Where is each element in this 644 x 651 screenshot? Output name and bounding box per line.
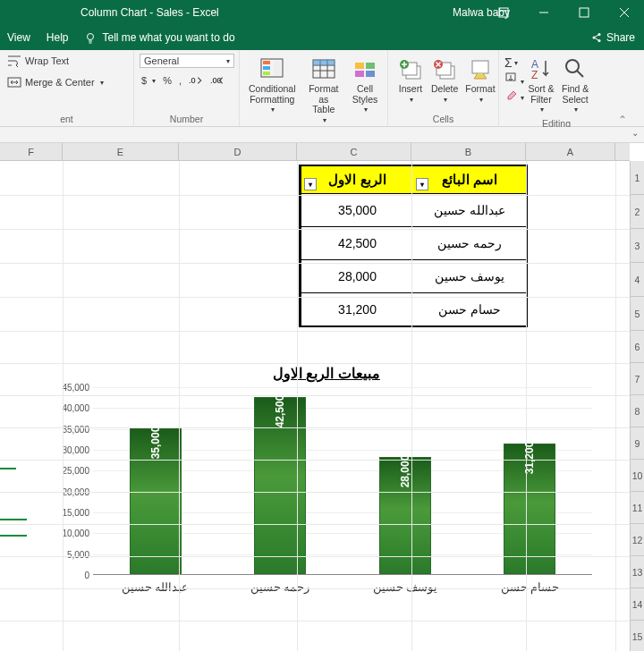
row-header[interactable]: 3: [630, 229, 644, 263]
column-chart[interactable]: مبيعات الربع الاول 05,00010,00015,00020,…: [54, 365, 599, 594]
insert-cells-button[interactable]: Insert▾: [394, 54, 428, 106]
find-select-button[interactable]: Find & Select▾: [558, 54, 592, 116]
close-icon[interactable]: [604, 0, 644, 25]
chart-bar[interactable]: 35,000: [130, 428, 182, 574]
svg-point-2: [88, 34, 94, 40]
expand-formula-bar-icon[interactable]: ⌄: [631, 128, 639, 138]
table-cell[interactable]: 35,000: [301, 194, 413, 226]
row-header[interactable]: 7: [630, 363, 644, 395]
ribbon-collapse-icon[interactable]: ⌃: [614, 50, 631, 126]
column-header[interactable]: E: [63, 143, 179, 160]
table-cell[interactable]: 42,500: [301, 227, 413, 259]
svg-text:Z: Z: [531, 69, 538, 81]
svg-rect-16: [355, 63, 364, 69]
app-title: Column Chart - Sales - Excel: [80, 6, 219, 19]
titlebar: Column Chart - Sales - Excel Malwa baby: [0, 0, 644, 25]
svg-point-30: [566, 60, 579, 72]
chart-bar[interactable]: 42,500: [254, 397, 306, 574]
autosum-button[interactable]: Σ▾: [504, 55, 524, 70]
menubar: View Help Tell me what you want to do Sh…: [0, 25, 644, 50]
wrap-text-button[interactable]: Wrap Text: [5, 54, 128, 68]
format-as-table-button[interactable]: Format as Table▾: [300, 54, 348, 126]
wrap-text-icon: [7, 55, 21, 67]
sheet-grid[interactable]: الربع الاول▾ اسم البائع▾ 35,000عبدالله ح…: [0, 161, 630, 651]
chart-x-labels: عبدالله حسينرحمه حسينيوسف حسينحسام حسن: [93, 575, 592, 594]
grid-accent: [0, 519, 27, 520]
group-ent: ent: [5, 112, 128, 126]
find-icon: [562, 55, 589, 82]
chart-x-label: يوسف حسين: [343, 575, 468, 594]
fill-icon: [504, 72, 519, 84]
chart-bar-label: 35,000: [149, 426, 162, 459]
svg-text:.0: .0: [189, 76, 196, 85]
chart-x-label: حسام حسن: [468, 575, 593, 594]
cell-styles-icon: [352, 55, 378, 82]
column-header[interactable]: F: [0, 143, 63, 160]
chevron-down-icon[interactable]: ▾: [100, 79, 104, 87]
fill-button[interactable]: ▾: [504, 72, 524, 86]
table-icon: [310, 55, 337, 82]
svg-rect-26: [472, 61, 488, 73]
group-cells: Cells: [394, 112, 493, 126]
number-format-select[interactable]: General▾: [140, 54, 234, 68]
tell-me[interactable]: Tell me what you want to do: [84, 31, 234, 44]
delete-cells-button[interactable]: Delete▾: [428, 54, 462, 106]
clear-button[interactable]: ▾: [504, 88, 524, 102]
percent-button[interactable]: %: [161, 73, 174, 88]
row-header[interactable]: 8: [630, 395, 644, 427]
svg-rect-19: [366, 71, 375, 77]
data-table[interactable]: الربع الاول▾ اسم البائع▾ 35,000عبدالله ح…: [299, 165, 528, 327]
row-header[interactable]: 6: [630, 331, 644, 363]
svg-rect-0: [499, 8, 508, 17]
ribbon-options-icon[interactable]: [483, 0, 523, 25]
svg-rect-10: [263, 61, 270, 64]
row-header[interactable]: 5: [630, 297, 644, 331]
filter-button[interactable]: ▾: [304, 178, 317, 190]
menu-view[interactable]: View: [7, 31, 30, 44]
increase-decimal-button[interactable]: .0: [187, 73, 205, 88]
chart-bar-label: 42,500: [274, 394, 286, 427]
decrease-decimal-button[interactable]: .00: [208, 73, 226, 88]
row-header[interactable]: 10: [630, 460, 644, 492]
column-headers: FEDCBA: [0, 143, 630, 161]
table-cell[interactable]: عبدالله حسين: [413, 194, 526, 226]
conditional-formatting-button[interactable]: Conditional Formatting▾: [245, 54, 300, 126]
table-cell[interactable]: حسام حسن: [413, 293, 526, 326]
maximize-icon[interactable]: [564, 0, 604, 25]
table-cell[interactable]: 31,200: [301, 293, 413, 326]
merge-center-button[interactable]: Merge & Center▾: [5, 75, 128, 89]
currency-button[interactable]: $▾: [140, 73, 157, 88]
row-header[interactable]: 11: [630, 492, 644, 524]
row-header[interactable]: 14: [630, 588, 644, 621]
table-cell[interactable]: رحمه حسين: [413, 227, 526, 259]
share-icon: [590, 31, 603, 44]
row-header[interactable]: 2: [630, 195, 644, 229]
svg-rect-18: [355, 71, 364, 77]
svg-rect-13: [274, 61, 281, 75]
row-header[interactable]: 4: [630, 263, 644, 297]
format-cells-button[interactable]: Format▾: [462, 54, 498, 106]
comma-button[interactable]: ,: [177, 73, 183, 88]
chart-bar[interactable]: 31,200: [504, 444, 555, 574]
sort-filter-button[interactable]: AZ Sort & Filter▾: [524, 54, 558, 116]
column-header[interactable]: B: [411, 143, 526, 160]
minimize-icon[interactable]: [523, 0, 564, 25]
cond-format-icon: [258, 55, 285, 82]
column-header[interactable]: D: [179, 143, 297, 160]
row-header[interactable]: 9: [630, 427, 644, 460]
share-button[interactable]: Share: [590, 31, 635, 44]
svg-rect-1: [580, 8, 589, 17]
svg-rect-17: [366, 63, 375, 69]
column-header[interactable]: C: [297, 143, 411, 160]
table-cell[interactable]: 28,000: [301, 260, 413, 292]
chart-plot-area: 05,00010,00015,00020,00025,00030,00035,0…: [93, 387, 592, 575]
table-cell[interactable]: يوسف حسين: [413, 260, 526, 292]
row-header[interactable]: 15: [630, 621, 644, 651]
column-header[interactable]: A: [526, 143, 615, 160]
menu-help[interactable]: Help: [47, 31, 69, 44]
cell-styles-button[interactable]: Cell Styles▾: [348, 54, 382, 126]
filter-button[interactable]: ▾: [416, 178, 428, 190]
row-header[interactable]: 1: [630, 161, 644, 195]
row-header[interactable]: 13: [630, 556, 644, 588]
row-header[interactable]: 12: [630, 524, 644, 556]
